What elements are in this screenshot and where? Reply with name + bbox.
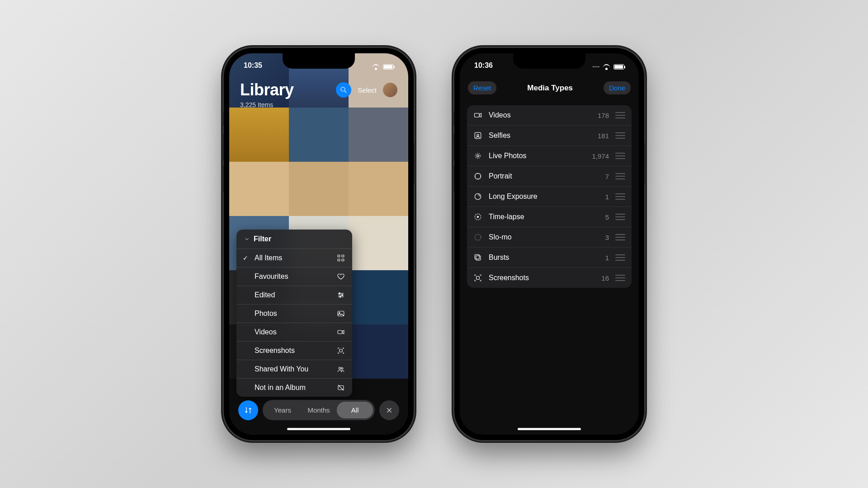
filter-item-edited[interactable]: Edited [236, 286, 352, 304]
svg-point-16 [339, 367, 341, 370]
svg-rect-14 [338, 330, 342, 334]
filter-item-label: Edited [255, 291, 275, 299]
media-type-portrait[interactable]: Portrait7 [467, 166, 632, 186]
svg-line-1 [345, 91, 347, 93]
media-type-screenshots[interactable]: Screenshots16 [467, 267, 632, 288]
done-button[interactable]: Done [604, 81, 631, 94]
filter-item-label: Shared With You [255, 365, 308, 373]
media-type-long-exposure[interactable]: Long Exposure1 [467, 186, 632, 206]
notch [283, 53, 355, 69]
longexp-icon [473, 192, 482, 201]
media-type-label: Slo-mo [489, 233, 599, 241]
page-title: Media Types [496, 84, 604, 93]
filter-item-favourites[interactable]: Favourites [236, 267, 352, 286]
phone-right: 10:36 •••• Reset Media Types Done Videos… [454, 48, 644, 440]
media-type-label: Selfies [489, 131, 591, 140]
select-button[interactable]: Select [356, 84, 378, 96]
drag-handle-icon[interactable] [615, 112, 625, 118]
media-type-label: Portrait [489, 172, 599, 180]
video-icon [337, 328, 345, 336]
svg-point-26 [475, 153, 481, 159]
drag-handle-icon[interactable] [615, 132, 625, 139]
segment-all[interactable]: All [337, 402, 373, 418]
filter-item-label: Photos [255, 310, 277, 318]
svg-point-17 [341, 368, 343, 370]
svg-rect-32 [476, 256, 481, 260]
media-type-bursts[interactable]: Bursts1 [467, 247, 632, 267]
filter-item-label: Videos [255, 328, 277, 336]
filter-panel: Filter ✓All ItemsFavouritesEditedPhotosV… [236, 230, 352, 397]
media-type-videos[interactable]: Videos178 [467, 105, 632, 125]
filter-item-not-in-an-album[interactable]: Not in an Album [236, 378, 352, 397]
heart-icon [337, 272, 345, 281]
search-button[interactable] [336, 82, 351, 98]
svg-rect-15 [340, 349, 342, 352]
svg-point-25 [477, 155, 479, 157]
filter-item-photos[interactable]: Photos [236, 304, 352, 323]
media-type-count: 178 [598, 112, 609, 119]
filter-item-shared-with-you[interactable]: Shared With You [236, 360, 352, 378]
close-button[interactable] [379, 400, 399, 420]
filter-item-all-items[interactable]: ✓All Items [236, 249, 352, 267]
filter-item-label: All Items [255, 254, 282, 262]
profile-avatar[interactable] [383, 83, 397, 97]
drag-handle-icon[interactable] [615, 275, 625, 281]
media-type-time-lapse[interactable]: Time-lapse5 [467, 206, 632, 227]
sort-button[interactable] [238, 400, 258, 420]
screenshot-icon [337, 347, 345, 355]
filter-item-screenshots[interactable]: Screenshots [236, 341, 352, 360]
svg-point-27 [475, 173, 481, 179]
check-icon: ✓ [243, 254, 248, 262]
image-icon [337, 310, 345, 318]
media-type-count: 7 [605, 173, 609, 180]
reset-button[interactable]: Reset [468, 81, 496, 94]
drag-handle-icon[interactable] [615, 254, 625, 261]
svg-point-9 [339, 293, 340, 294]
item-count: 3,225 Items [240, 101, 397, 108]
media-type-count: 16 [601, 274, 609, 282]
svg-point-31 [475, 234, 481, 240]
filter-header[interactable]: Filter [236, 230, 352, 249]
svg-rect-3 [342, 255, 344, 257]
drag-handle-icon[interactable] [615, 193, 625, 200]
drag-handle-icon[interactable] [615, 173, 625, 179]
timelapse-icon [473, 212, 482, 221]
drag-handle-icon[interactable] [615, 153, 625, 159]
status-time: 10:36 [474, 61, 493, 72]
drag-handle-icon[interactable] [615, 214, 625, 220]
status-time: 10:35 [244, 61, 262, 72]
slomo-icon [473, 233, 482, 242]
time-segment: YearsMonthsAll [263, 400, 375, 420]
media-type-slo-mo[interactable]: Slo-mo3 [467, 227, 632, 247]
media-type-label: Bursts [489, 253, 599, 262]
drag-handle-icon[interactable] [615, 234, 625, 240]
svg-point-11 [340, 296, 341, 297]
screenshot-icon [473, 273, 482, 282]
media-type-count: 5 [605, 213, 609, 221]
svg-rect-34 [476, 277, 480, 280]
svg-rect-2 [338, 255, 340, 257]
filter-item-label: Favourites [255, 272, 288, 281]
filter-item-videos[interactable]: Videos [236, 323, 352, 341]
media-type-count: 1 [605, 193, 609, 201]
home-indicator [287, 428, 350, 430]
grid-icon [337, 254, 345, 262]
media-type-label: Live Photos [489, 152, 585, 160]
media-type-count: 1,974 [592, 152, 609, 160]
svg-rect-5 [342, 259, 344, 261]
segment-months[interactable]: Months [301, 402, 337, 418]
svg-point-0 [341, 87, 345, 91]
people-icon [337, 365, 345, 373]
media-type-count: 3 [605, 234, 609, 241]
svg-point-24 [477, 134, 479, 136]
media-type-selfies[interactable]: Selfies181 [467, 125, 632, 145]
media-type-label: Screenshots [489, 274, 595, 282]
media-type-count: 1 [605, 254, 609, 262]
cellular-icon: •••• [592, 65, 600, 69]
segment-years[interactable]: Years [264, 402, 301, 418]
media-type-label: Time-lapse [489, 213, 599, 221]
media-type-live-photos[interactable]: Live Photos1,974 [467, 145, 632, 166]
page-title: Library [240, 80, 331, 99]
media-type-label: Videos [489, 111, 591, 119]
svg-point-30 [477, 216, 478, 217]
